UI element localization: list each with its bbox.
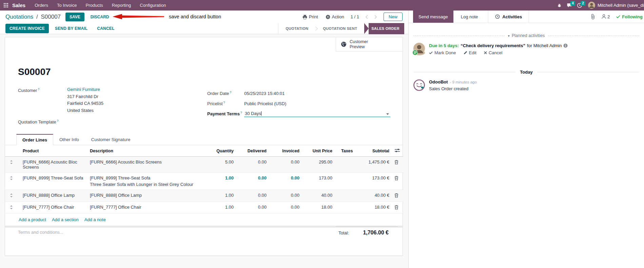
- pricelist-value[interactable]: Public Pricelist (USD): [244, 101, 286, 106]
- cancel-activity-button[interactable]: Cancel: [484, 50, 502, 55]
- description-cell[interactable]: [FURN_7777] Office Chair: [90, 202, 195, 214]
- stage-sales-order[interactable]: SALES ORDER: [369, 23, 404, 34]
- delivered-cell[interactable]: 0.00: [238, 190, 271, 202]
- order-line-row[interactable]: [FURN_6666] Acoustic Bloc Screens [FURN_…: [5, 157, 403, 173]
- drag-handle-icon[interactable]: [5, 202, 17, 214]
- dropdown-caret-icon[interactable]: [386, 113, 389, 115]
- action-button[interactable]: Action: [322, 14, 348, 19]
- pager-next-icon[interactable]: [371, 13, 380, 21]
- invoiced-cell[interactable]: 0.00: [271, 173, 304, 190]
- taxes-cell[interactable]: [337, 157, 360, 173]
- subtotal-column-header[interactable]: Subtotal: [360, 145, 389, 157]
- create-invoice-button[interactable]: CREATE INVOICE: [5, 24, 49, 33]
- delete-line-button[interactable]: [394, 160, 398, 166]
- customer-preview-button[interactable]: Customer Preview: [336, 37, 403, 52]
- order-line-row[interactable]: [FURN_8888] Office Lamp [FURN_8888] Offi…: [5, 190, 403, 202]
- add-note-link[interactable]: Add a note: [84, 217, 106, 222]
- message-author[interactable]: OdooBot: [429, 79, 448, 84]
- messages-systray[interactable]: 4: [564, 0, 574, 11]
- invoiced-column-header[interactable]: Invoiced: [271, 145, 304, 157]
- help-icon[interactable]: ?: [57, 119, 59, 122]
- description-cell[interactable]: [FURN_6666] Acoustic Bloc Screens: [90, 157, 195, 173]
- menu-orders[interactable]: Orders: [30, 0, 53, 11]
- send-message-button[interactable]: Send message: [413, 11, 453, 23]
- mark-done-button[interactable]: Mark Done: [429, 50, 456, 55]
- quantity-cell[interactable]: 1.00: [195, 190, 238, 202]
- drag-handle-icon[interactable]: [5, 173, 17, 190]
- taxes-cell[interactable]: [337, 173, 360, 190]
- unit-price-cell[interactable]: 18.00: [304, 202, 337, 214]
- unit-price-cell[interactable]: 173.00: [304, 173, 337, 190]
- log-note-button[interactable]: Log note: [455, 11, 484, 23]
- order-date-value[interactable]: 05/25/2023 15:40:01: [244, 91, 285, 96]
- invoiced-cell[interactable]: 0.00: [271, 157, 304, 173]
- order-line-row[interactable]: [FURN_7777] Office Chair [FURN_7777] Off…: [5, 202, 403, 214]
- menu-to-invoice[interactable]: To Invoice: [53, 0, 81, 11]
- quantity-cell[interactable]: 5.00: [195, 157, 238, 173]
- drag-handle-icon[interactable]: [5, 157, 17, 173]
- help-icon[interactable]: ?: [230, 91, 231, 94]
- tab-other-info[interactable]: Other Info: [53, 134, 85, 145]
- payment-terms-input[interactable]: 30 Days: [244, 111, 390, 117]
- taxes-cell[interactable]: [337, 202, 360, 214]
- delivered-cell[interactable]: 0.00: [238, 157, 271, 173]
- product-cell[interactable]: [FURN_7777] Office Chair: [17, 202, 90, 214]
- menu-reporting[interactable]: Reporting: [108, 0, 135, 11]
- debug-bug-icon[interactable]: [554, 0, 564, 11]
- user-menu[interactable]: Mitchell Admin (save_discard: [588, 0, 644, 11]
- app-name[interactable]: Sales: [12, 2, 25, 8]
- discard-button[interactable]: DISCARD: [88, 13, 112, 21]
- delete-line-button[interactable]: [394, 205, 398, 211]
- unit-price-cell[interactable]: 40.00: [304, 190, 337, 202]
- optional-columns-icon[interactable]: [395, 148, 400, 154]
- delivered-cell[interactable]: 0.00: [238, 173, 271, 190]
- order-line-row[interactable]: [FURN_8999] Three-Seat Sofa [FURN_8999] …: [5, 173, 403, 190]
- invoiced-cell[interactable]: 0.00: [271, 190, 304, 202]
- product-cell[interactable]: [FURN_6666] Acoustic Bloc Screens: [17, 157, 90, 173]
- unit-price-column-header[interactable]: Unit Price: [304, 145, 337, 157]
- pager-previous-icon[interactable]: [363, 13, 371, 21]
- menu-products[interactable]: Products: [81, 0, 107, 11]
- save-button[interactable]: SAVE: [65, 13, 84, 21]
- attach-files-button[interactable]: [590, 14, 595, 19]
- delete-line-button[interactable]: [394, 193, 398, 199]
- taxes-column-header[interactable]: Taxes: [337, 145, 360, 157]
- activities-systray[interactable]: 2: [574, 0, 585, 11]
- info-icon[interactable]: [563, 43, 568, 48]
- quantity-column-header[interactable]: Quantity: [195, 145, 238, 157]
- customer-link[interactable]: Gemini Furniture: [67, 87, 103, 92]
- description-cell[interactable]: [FURN_8888] Office Lamp: [90, 190, 195, 202]
- drag-handle-icon[interactable]: [5, 190, 17, 202]
- delivered-column-header[interactable]: Delivered: [238, 145, 271, 157]
- activities-button[interactable]: Activities: [488, 11, 529, 23]
- apps-menu-icon[interactable]: [0, 0, 12, 11]
- terms-and-conditions-field[interactable]: Terms and conditions...: [18, 230, 63, 235]
- invoiced-cell[interactable]: 0.00: [271, 202, 304, 214]
- add-section-link[interactable]: Add a section: [52, 217, 79, 222]
- send-by-email-button[interactable]: SEND BY EMAIL: [52, 24, 91, 33]
- add-product-link[interactable]: Add a product: [19, 217, 46, 222]
- product-cell[interactable]: [FURN_8888] Office Lamp: [17, 190, 90, 202]
- quantity-cell[interactable]: 1.00: [195, 202, 238, 214]
- new-button[interactable]: New: [384, 13, 403, 21]
- delivered-cell[interactable]: 0.00: [238, 202, 271, 214]
- product-column-header[interactable]: Product: [17, 145, 90, 157]
- following-button[interactable]: Following: [616, 14, 643, 19]
- delete-line-button[interactable]: [394, 176, 398, 181]
- quantity-cell[interactable]: 1.00: [195, 173, 238, 190]
- product-cell[interactable]: [FURN_8999] Three-Seat Sofa: [17, 173, 90, 190]
- help-icon[interactable]: ?: [240, 111, 242, 114]
- planned-activities-header[interactable]: ▾Planned activities: [409, 33, 644, 38]
- help-icon[interactable]: ?: [223, 101, 225, 104]
- print-button[interactable]: Print: [299, 14, 322, 19]
- tab-order-lines[interactable]: Order Lines: [16, 134, 53, 145]
- taxes-cell[interactable]: [337, 190, 360, 202]
- stage-quotation-sent[interactable]: QUOTATION SENT: [318, 23, 362, 34]
- description-cell[interactable]: [FURN_8999] Three-Seat Sofa Three Seater…: [90, 173, 195, 190]
- help-icon[interactable]: ?: [38, 88, 39, 91]
- breadcrumb-quotations[interactable]: Quotations: [5, 14, 33, 20]
- unit-price-cell[interactable]: 295.00: [304, 157, 337, 173]
- cancel-button[interactable]: CANCEL: [94, 24, 118, 33]
- description-column-header[interactable]: Description: [90, 145, 195, 157]
- stage-quotation[interactable]: QUOTATION: [280, 23, 313, 34]
